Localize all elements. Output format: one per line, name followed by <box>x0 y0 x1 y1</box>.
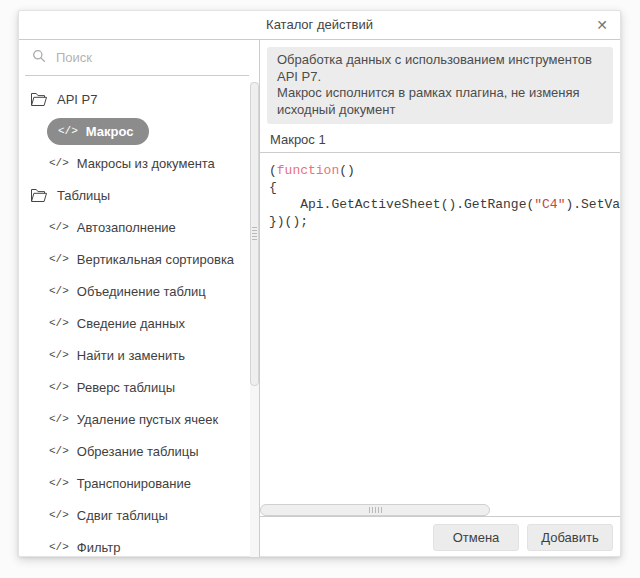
scrollbar-grip-icon <box>369 507 383 513</box>
close-icon[interactable]: ✕ <box>591 14 613 36</box>
tree-item[interactable]: </>Реверс таблицы <box>19 371 259 403</box>
sidebar-tree: API Р7</>Макрос</>Макросы из документаТа… <box>19 76 259 563</box>
search-row <box>19 40 259 75</box>
code-icon: </> <box>49 285 69 297</box>
sidebar-scrollbar-thumb[interactable] <box>250 82 259 386</box>
code-line: })(); <box>269 213 620 230</box>
tree-item[interactable]: </>Фильтр <box>19 531 259 563</box>
code-icon: </> <box>49 445 69 457</box>
code-icon: </> <box>49 381 69 393</box>
tree-item[interactable]: </>Макрос <box>19 115 259 147</box>
search-icon <box>32 49 46 67</box>
tree-item-label: API Р7 <box>57 92 97 107</box>
tree-item-label: Автозаполнение <box>77 220 176 235</box>
sidebar: API Р7</>Макрос</>Макросы из документаТа… <box>19 40 260 557</box>
code-icon: </> <box>49 221 69 233</box>
tree-item-label: Сведение данных <box>77 316 185 331</box>
tree-item-label: Удаление пустых ячеек <box>77 412 218 427</box>
tree-item-label: Обрезание таблицы <box>77 444 199 459</box>
tree-item[interactable]: </>Обрезание таблицы <box>19 435 259 467</box>
tree-item-label: Реверс таблицы <box>77 380 175 395</box>
action-catalog-dialog: Каталог действий ✕ API Р7</>Макрос</>Мак… <box>18 10 621 557</box>
macro-name-label: Макрос 1 <box>270 132 610 147</box>
description-line: Обработка данных с использованием инстру… <box>277 52 603 85</box>
code-line: Api.GetActiveSheet().GetRange("C4").SetV… <box>269 196 620 213</box>
tree-item[interactable]: </>Макросы из документа <box>19 147 259 179</box>
tree-item-label: Транспонирование <box>77 476 191 491</box>
tree-item[interactable]: </>Автозаполнение <box>19 211 259 243</box>
tree-item-label: Найти и заменить <box>77 348 185 363</box>
tree-item-label: Вертикальная сортировка <box>77 252 234 267</box>
tree-item[interactable]: </>Транспонирование <box>19 467 259 499</box>
code-hscrollbar-thumb[interactable] <box>260 504 490 516</box>
code-icon: </> <box>49 509 69 521</box>
selected-item-pill: </>Макрос <box>47 118 149 145</box>
code-line: { <box>269 179 620 196</box>
tree-item[interactable]: </>Сдвиг таблицы <box>19 499 259 531</box>
search-input[interactable] <box>54 49 248 66</box>
code-icon: </> <box>49 317 69 329</box>
dialog-title: Каталог действий <box>266 17 373 32</box>
tree-item[interactable]: </>Вертикальная сортировка <box>19 243 259 275</box>
tree-item-label: Объединение таблиц <box>77 284 206 299</box>
tree-item-label: Фильтр <box>77 540 121 555</box>
tree-item[interactable]: </>Удаление пустых ячеек <box>19 403 259 435</box>
action-description: Обработка данных с использованием инстру… <box>267 47 613 124</box>
main-pane: Обработка данных с использованием инстру… <box>260 40 620 557</box>
tree-item[interactable]: </>Найти и заменить <box>19 339 259 371</box>
code-icon: </> <box>49 253 69 265</box>
description-line: Макрос исполнится в рамках плагина, не и… <box>277 85 603 102</box>
code-editor[interactable]: (function(){ Api.GetActiveSheet().GetRan… <box>260 152 620 503</box>
tree-item-label: Макрос <box>86 124 134 139</box>
tree-item[interactable]: </>Сведение данных <box>19 307 259 339</box>
tree-folder[interactable]: Таблицы <box>19 179 259 211</box>
description-line: исходный документ <box>277 102 603 119</box>
code-icon: </> <box>49 413 69 425</box>
folder-open-icon <box>31 93 47 106</box>
code-icon: </> <box>49 349 69 361</box>
dialog-footer: Отмена Добавить <box>260 516 620 557</box>
sidebar-scrollbar[interactable] <box>250 82 259 557</box>
code-line: (function() <box>269 162 620 179</box>
tree-item-label: Макросы из документа <box>77 156 215 171</box>
add-button[interactable]: Добавить <box>527 524 613 551</box>
code-icon: </> <box>49 541 69 553</box>
dialog-body: API Р7</>Макрос</>Макросы из документаТа… <box>19 40 620 557</box>
code-icon: </> <box>49 477 69 489</box>
scrollbar-grip-icon <box>252 227 257 241</box>
code-hscrollbar[interactable] <box>260 503 620 516</box>
dialog-header: Каталог действий ✕ <box>19 11 620 40</box>
tree-item-label: Таблицы <box>57 188 110 203</box>
code-icon: </> <box>58 125 78 137</box>
tree-item[interactable]: </>Объединение таблиц <box>19 275 259 307</box>
code-icon: </> <box>49 157 69 169</box>
tree-item-label: Сдвиг таблицы <box>77 508 168 523</box>
cancel-button[interactable]: Отмена <box>433 524 519 551</box>
folder-open-icon <box>31 189 47 202</box>
tree-folder[interactable]: API Р7 <box>19 83 259 115</box>
